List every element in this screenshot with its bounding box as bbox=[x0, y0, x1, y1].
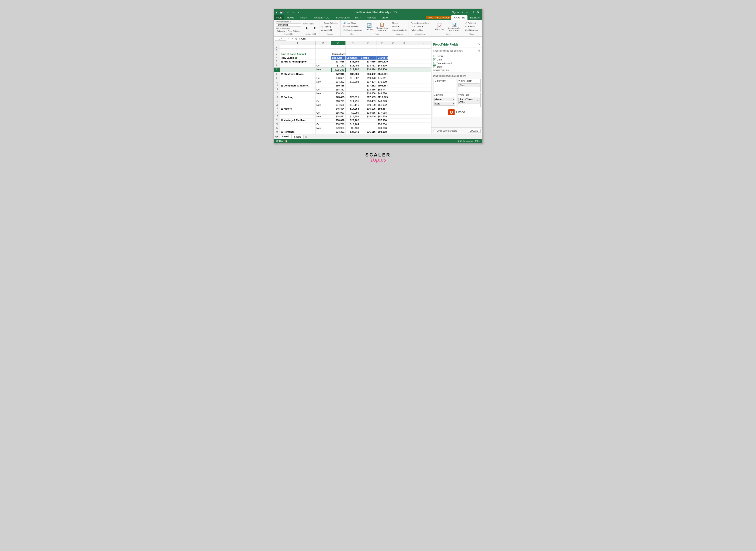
cell-e13[interactable]: $18,866 bbox=[360, 92, 377, 95]
cell-h13[interactable] bbox=[399, 92, 409, 95]
cell-h17[interactable] bbox=[399, 107, 409, 111]
cell-k3[interactable] bbox=[429, 52, 431, 56]
group-field-btn[interactable]: Group Field bbox=[320, 29, 339, 32]
move-pivottable-btn[interactable]: Move PivotTable bbox=[391, 29, 408, 32]
cell-g2[interactable] bbox=[388, 49, 399, 52]
cell-j12[interactable] bbox=[419, 88, 429, 91]
tab-data[interactable]: DATA bbox=[352, 15, 364, 20]
col-header-c[interactable]: C bbox=[331, 41, 346, 45]
cell-h14[interactable] bbox=[399, 95, 409, 99]
tab-insert[interactable]: INSERT bbox=[297, 15, 311, 20]
cell-c21[interactable]: $38,790 bbox=[331, 122, 346, 126]
ungroup-btn[interactable]: ⊞ Ungroup bbox=[320, 25, 339, 28]
cell-j22[interactable] bbox=[419, 126, 429, 130]
cell-k10[interactable] bbox=[429, 80, 431, 84]
cell-j21[interactable] bbox=[419, 122, 429, 126]
cell-d11[interactable] bbox=[346, 84, 360, 88]
cell-d13[interactable] bbox=[346, 92, 360, 95]
confirm-formula-btn[interactable]: ✓ bbox=[290, 37, 294, 41]
cell-c5[interactable]: $27,568 bbox=[331, 60, 346, 64]
cell-c16[interactable]: $24,686 bbox=[331, 103, 346, 107]
cell-k14[interactable] bbox=[429, 95, 431, 99]
add-sheet-btn[interactable]: ⊕ bbox=[304, 135, 308, 139]
cell-c20[interactable]: $68,698 bbox=[331, 118, 346, 122]
cell-k11[interactable] bbox=[429, 84, 431, 88]
pivot-more-tables-link[interactable]: MORE TABLES... bbox=[433, 68, 481, 72]
close-button[interactable]: ✕ bbox=[476, 10, 481, 14]
cell-e1[interactable] bbox=[360, 45, 377, 48]
cell-f3[interactable] bbox=[377, 52, 388, 56]
cell-a6[interactable] bbox=[280, 64, 316, 67]
cell-b6[interactable]: Oct bbox=[316, 64, 331, 67]
redo-button[interactable]: ↪ bbox=[291, 10, 296, 14]
cell-b12[interactable]: Oct bbox=[316, 88, 331, 91]
tab-sheet2[interactable]: Sheet2 bbox=[280, 135, 292, 139]
insert-function-btn[interactable]: fx bbox=[294, 37, 298, 40]
cell-j4[interactable] bbox=[419, 56, 429, 60]
group-selection-btn[interactable]: → Group Selection bbox=[320, 22, 339, 25]
cell-c22[interactable]: $29,908 bbox=[331, 126, 346, 130]
pivot-settings-icon[interactable]: ⚙ bbox=[478, 49, 481, 52]
cell-a23[interactable]: ⊟ Romance bbox=[280, 130, 316, 134]
cell-a16[interactable] bbox=[280, 103, 316, 107]
rows-genre-arrow[interactable]: ▾ bbox=[453, 98, 454, 100]
col-header-d[interactable]: D bbox=[346, 41, 360, 45]
cell-c12[interactable]: $38,361 bbox=[331, 88, 346, 91]
col-header-e[interactable]: E bbox=[360, 41, 377, 45]
cell-f10[interactable]: $70,270 bbox=[377, 80, 388, 84]
nav-left[interactable]: ◀ bbox=[275, 135, 276, 138]
store-checkbox[interactable]: ✓ bbox=[433, 65, 436, 68]
cell-i16[interactable] bbox=[409, 103, 419, 107]
cell-a12[interactable] bbox=[280, 88, 316, 91]
cell-g14[interactable] bbox=[388, 95, 399, 99]
cell-e18[interactable]: $18,065 bbox=[360, 111, 377, 114]
cell-g10[interactable] bbox=[388, 80, 399, 84]
cell-f17[interactable]: $98,857 bbox=[377, 107, 388, 111]
cell-g12[interactable] bbox=[388, 88, 399, 91]
cell-a14[interactable]: ⊟ Cooking bbox=[280, 95, 316, 99]
cell-b9[interactable]: Oct bbox=[316, 76, 331, 80]
cell-f18[interactable]: $37,038 bbox=[377, 111, 388, 114]
tab-review[interactable]: REVIEW bbox=[364, 15, 379, 20]
cell-g18[interactable] bbox=[388, 111, 399, 114]
cell-f15[interactable]: $49,073 bbox=[377, 99, 388, 103]
cell-i14[interactable] bbox=[409, 95, 419, 99]
cell-g19[interactable] bbox=[388, 115, 399, 118]
cell-k16[interactable] bbox=[429, 103, 431, 107]
cell-i11[interactable] bbox=[409, 84, 419, 88]
cell-c1[interactable] bbox=[331, 45, 346, 48]
cell-reference-input[interactable] bbox=[275, 37, 286, 41]
fields-items-sets-btn[interactable]: Fields, Items, & Sets ▾ bbox=[410, 22, 432, 25]
cell-j9[interactable] bbox=[419, 76, 429, 80]
cell-f13[interactable]: $49,820 bbox=[377, 92, 388, 95]
cell-d14[interactable]: $29,911 bbox=[346, 95, 360, 99]
cell-c2[interactable] bbox=[331, 49, 346, 52]
cell-i5[interactable] bbox=[409, 60, 419, 64]
insert-slicer-btn[interactable]: 📊 Insert Slicer bbox=[341, 22, 363, 25]
cell-i12[interactable] bbox=[409, 88, 419, 91]
cell-a19[interactable] bbox=[280, 115, 316, 118]
cell-j13[interactable] bbox=[419, 92, 429, 95]
cell-e14[interactable]: $37,599 bbox=[360, 95, 377, 99]
cell-k21[interactable] bbox=[429, 122, 431, 126]
defer-checkbox[interactable] bbox=[433, 130, 436, 132]
cell-i1[interactable] bbox=[409, 45, 419, 48]
cell-e15[interactable]: $18,499 bbox=[360, 99, 377, 103]
cell-j8[interactable] bbox=[419, 72, 429, 76]
cancel-formula-btn[interactable]: ✕ bbox=[287, 37, 290, 41]
cell-i18[interactable] bbox=[409, 111, 419, 114]
cell-c15[interactable]: $18,779 bbox=[331, 99, 346, 103]
relationships-btn[interactable]: Relationships bbox=[410, 29, 432, 32]
cell-e11[interactable]: $37,252 bbox=[360, 84, 377, 88]
cell-b22[interactable]: Nov bbox=[316, 126, 331, 130]
cell-e4[interactable]: Seattle bbox=[360, 56, 377, 60]
cell-b8[interactable] bbox=[316, 72, 331, 76]
cell-d15[interactable]: $11,795 bbox=[346, 99, 360, 103]
tab-design[interactable]: DESIGN bbox=[468, 15, 482, 20]
cell-f20[interactable]: $97,900 bbox=[377, 118, 388, 122]
cell-c23[interactable]: $24,351 bbox=[331, 130, 346, 134]
cell-k15[interactable] bbox=[429, 99, 431, 103]
cell-a20[interactable]: ⊟ Mystery & Thrillers bbox=[280, 118, 316, 122]
cell-c10[interactable]: $34,262 bbox=[331, 80, 346, 84]
col-header-i[interactable]: I bbox=[409, 41, 419, 45]
